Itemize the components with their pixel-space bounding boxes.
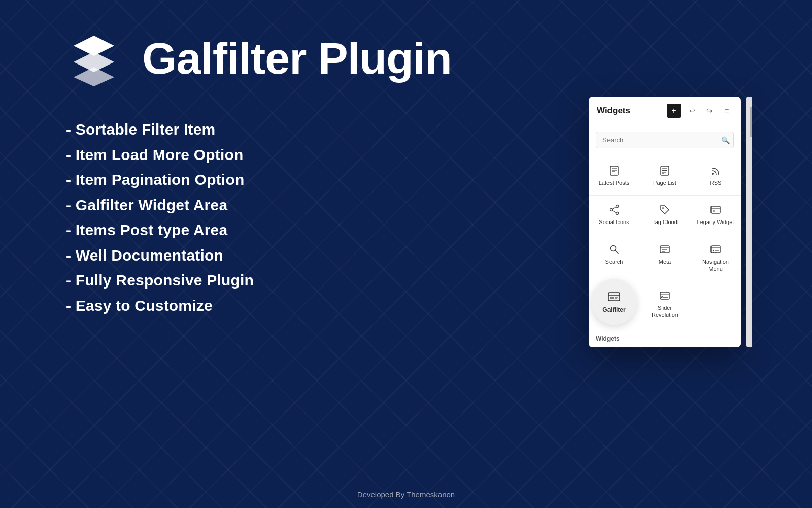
rss-icon <box>710 165 721 176</box>
widget-label-latest-posts: Latest Posts <box>599 179 630 186</box>
widget-item-page-list[interactable]: Page List <box>639 156 690 195</box>
svg-marker-2 <box>74 67 114 86</box>
widget-item-galfilter[interactable]: Galfilter <box>589 281 639 328</box>
legacy-widget-icon <box>710 204 721 215</box>
feature-item: - Galfilter Widget Area <box>66 193 553 218</box>
widget-item-tag-cloud[interactable]: Tag Cloud <box>639 196 690 234</box>
widget-label-social-icons: Social Icons <box>599 218 629 226</box>
widget-panel-title: Widgets <box>597 106 662 116</box>
feature-item: - Easy to Customize <box>66 293 553 319</box>
widget-item-navigation-menu[interactable]: Navigation Menu <box>690 235 741 281</box>
svg-line-23 <box>616 250 619 253</box>
page-title: Galfilter Plugin <box>142 36 452 81</box>
svg-rect-21 <box>713 210 715 212</box>
svg-rect-39 <box>660 292 669 299</box>
menu-button[interactable]: ≡ <box>721 105 733 117</box>
search-bar: 🔍 <box>596 132 734 148</box>
meta-icon <box>659 244 670 255</box>
widget-item-slider-revolution[interactable]: Slider Revolution <box>639 281 690 328</box>
widget-label-meta: Meta <box>659 258 671 265</box>
widget-label-legacy-widget: Legacy Widget <box>697 218 734 226</box>
widget-label-navigation-menu: Navigation Menu <box>695 258 736 273</box>
svg-point-15 <box>616 212 619 215</box>
widget-label-rss: RSS <box>710 179 722 186</box>
feature-item: - Well Documentation <box>66 243 553 268</box>
slider-icon <box>659 290 670 301</box>
svg-rect-19 <box>711 206 720 213</box>
svg-rect-36 <box>610 297 614 299</box>
features-list: - Sortable Filter Item- Item Load More O… <box>66 107 553 481</box>
nav-menu-icon <box>710 244 721 255</box>
doc-icon <box>608 165 620 176</box>
svg-rect-28 <box>711 246 720 253</box>
tag-icon <box>659 204 670 215</box>
widget-label-tag-cloud: Tag Cloud <box>652 218 678 226</box>
search-widget-icon <box>608 244 620 255</box>
feature-item: - Item Load More Option <box>66 142 553 168</box>
widget-panel-footer: Widgets <box>589 330 741 347</box>
svg-point-12 <box>712 173 714 175</box>
widget-item-meta[interactable]: Meta <box>639 235 690 281</box>
logo-icon <box>66 30 122 86</box>
svg-point-41 <box>662 297 663 298</box>
widget-label-slider-revolution: Slider Revolution <box>644 304 686 319</box>
svg-point-14 <box>610 209 613 211</box>
add-widget-button[interactable]: + <box>667 104 681 118</box>
svg-point-30 <box>713 249 714 250</box>
svg-point-22 <box>611 245 616 251</box>
share-icon <box>608 204 620 215</box>
scrollbar-track[interactable] <box>749 97 752 347</box>
undo-button[interactable]: ↩ <box>686 105 698 117</box>
widget-panel: Widgets + ↩ ↪ ≡ 🔍 <box>584 97 746 471</box>
widget-item-rss[interactable]: RSS <box>690 156 741 195</box>
widget-item-search[interactable]: Search <box>589 235 639 281</box>
search-icon[interactable]: 🔍 <box>721 136 730 144</box>
feature-item: - Item Pagination Option <box>66 167 553 193</box>
galfilter-icon <box>607 290 621 303</box>
feature-item: - Sortable Filter Item <box>66 117 553 142</box>
svg-rect-24 <box>660 246 669 253</box>
widget-label-galfilter: Galfilter <box>602 306 625 314</box>
feature-item: - Fully Responsive Plugin <box>66 268 553 293</box>
svg-point-32 <box>713 251 714 252</box>
svg-point-18 <box>662 207 664 209</box>
search-input[interactable] <box>596 132 734 148</box>
widget-item-social-icons[interactable]: Social Icons <box>589 196 639 234</box>
widget-item-legacy-widget[interactable]: Legacy Widget <box>690 196 741 234</box>
list-icon <box>659 165 670 176</box>
widget-item-latest-posts[interactable]: Latest Posts <box>589 156 639 195</box>
svg-rect-34 <box>608 293 620 301</box>
redo-button[interactable]: ↪ <box>703 105 716 117</box>
page-footer: Developed By Themeskanon <box>0 481 812 508</box>
widget-label-page-list: Page List <box>653 179 676 186</box>
svg-line-16 <box>612 207 616 209</box>
feature-item: - Items Post type Area <box>66 217 553 243</box>
svg-line-17 <box>612 210 616 213</box>
svg-rect-3 <box>610 166 618 175</box>
widget-label-search: Search <box>605 258 623 265</box>
widget-grid: Latest Posts <box>589 154 741 330</box>
scrollbar-thumb[interactable] <box>749 107 752 137</box>
svg-point-13 <box>616 205 619 208</box>
